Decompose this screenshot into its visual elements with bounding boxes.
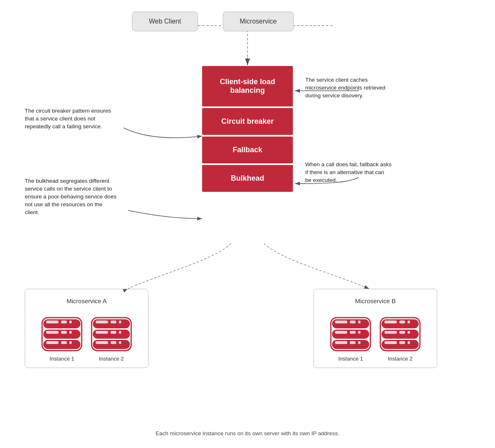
- instance-b2-label: Instance 2: [388, 356, 412, 362]
- svg-rect-24: [96, 331, 108, 334]
- annotation-fallback: When a call does fail, fallback asks if …: [305, 161, 392, 184]
- footer-text: Each microservice instance runs on its o…: [0, 430, 495, 436]
- svg-rect-9: [69, 341, 72, 344]
- svg-rect-16: [61, 321, 67, 323]
- svg-rect-37: [335, 331, 347, 334]
- microservice-node-label: Microservice: [240, 18, 277, 25]
- svg-rect-25: [111, 331, 116, 334]
- bulkhead-label: Bulkhead: [231, 174, 264, 182]
- circuit-breaker-label: Circuit breaker: [221, 117, 273, 125]
- svg-rect-34: [350, 341, 356, 344]
- web-client-node: Web Client: [132, 12, 198, 31]
- svg-rect-33: [335, 341, 347, 344]
- full-diagram: Web Client Microservice Client-side load…: [0, 0, 495, 448]
- svg-rect-28: [96, 321, 108, 323]
- microservice-b-instance-1: Instance 1: [330, 310, 371, 362]
- svg-rect-51: [399, 331, 405, 334]
- fallback-label: Fallback: [233, 146, 262, 154]
- svg-rect-50: [384, 331, 397, 334]
- svg-rect-26: [119, 331, 121, 334]
- server-icon-b1: [330, 310, 371, 351]
- svg-rect-46: [384, 341, 397, 344]
- microservice-b-box: Microservice B: [314, 289, 437, 368]
- web-client-label: Web Client: [149, 18, 181, 25]
- microservice-a-instances: Instance 1: [41, 310, 132, 362]
- svg-rect-39: [358, 331, 361, 334]
- svg-rect-43: [358, 321, 361, 323]
- server-icon-b2: [380, 310, 421, 351]
- instance-a2-label: Instance 2: [99, 356, 124, 362]
- svg-rect-22: [119, 341, 121, 344]
- instance-b1-label: Instance 1: [338, 356, 363, 362]
- svg-rect-12: [61, 331, 67, 334]
- svg-rect-35: [358, 341, 361, 344]
- microservice-a-instance-2: Instance 2: [91, 310, 132, 362]
- svg-rect-48: [408, 341, 410, 344]
- svg-rect-8: [61, 341, 67, 344]
- annotation-bulkhead: The bulkhead segregates different servic…: [25, 177, 118, 216]
- microservice-a-title: Microservice A: [66, 297, 107, 304]
- svg-rect-20: [96, 341, 108, 344]
- circuit-breaker-box: Circuit breaker: [202, 108, 293, 135]
- svg-rect-11: [46, 331, 59, 334]
- svg-rect-47: [399, 341, 405, 344]
- fallback-box: Fallback: [202, 137, 293, 163]
- svg-rect-41: [335, 321, 347, 323]
- load-balancing-label: Client-side loadbalancing: [220, 78, 275, 94]
- microservice-b-title: Microservice B: [355, 297, 396, 304]
- svg-rect-21: [111, 341, 116, 344]
- microservice-b-instances: Instance 1: [330, 310, 421, 362]
- annotation-load-balancing: The service client caches microservice e…: [305, 76, 392, 100]
- microservice-a-box: Microservice A: [25, 289, 148, 368]
- svg-rect-7: [46, 341, 59, 344]
- microservice-node: Microservice: [223, 12, 294, 31]
- load-balancing-box: Client-side loadbalancing: [202, 66, 293, 106]
- bulkhead-box: Bulkhead: [202, 165, 293, 192]
- microservice-b-instance-2: Instance 2: [380, 310, 421, 362]
- svg-rect-30: [119, 321, 121, 323]
- svg-rect-15: [46, 321, 59, 323]
- svg-rect-13: [69, 331, 72, 334]
- svg-rect-56: [408, 321, 410, 323]
- server-icon-a2: [91, 310, 132, 351]
- svg-rect-38: [350, 331, 356, 334]
- svg-rect-52: [408, 331, 410, 334]
- svg-rect-42: [350, 321, 356, 323]
- microservice-a-instance-1: Instance 1: [41, 310, 82, 362]
- svg-rect-54: [384, 321, 397, 323]
- server-icon-a1: [41, 310, 82, 351]
- annotation-circuit-breaker: The circuit breaker pattern ensures that…: [25, 107, 118, 131]
- svg-rect-29: [111, 321, 116, 323]
- svg-rect-17: [69, 321, 72, 323]
- svg-rect-55: [399, 321, 405, 323]
- instance-a1-label: Instance 1: [50, 356, 74, 362]
